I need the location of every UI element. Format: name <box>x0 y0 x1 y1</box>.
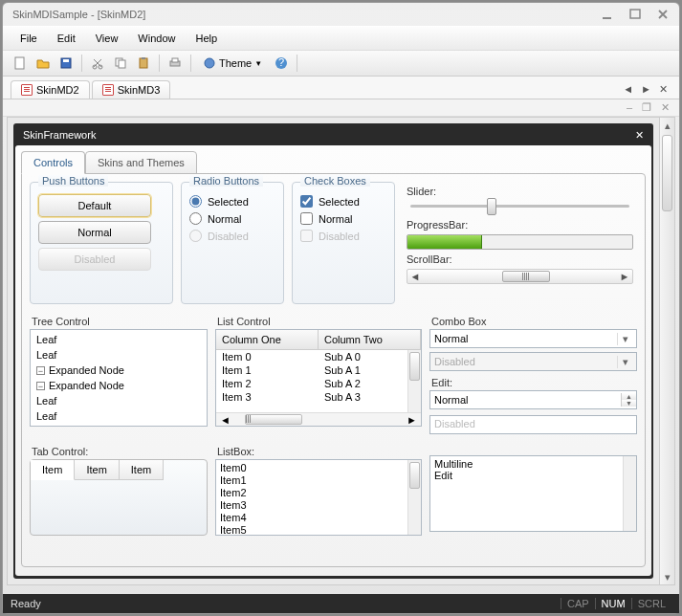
status-num: NUM <box>595 598 631 609</box>
client-vscroll[interactable]: ▴ ▾ <box>659 118 674 584</box>
new-icon[interactable] <box>11 54 30 73</box>
collapse-icon[interactable]: − <box>36 382 45 390</box>
multiline-edit[interactable]: Multiline Edit <box>429 455 637 532</box>
print-icon[interactable] <box>165 54 185 73</box>
open-icon[interactable] <box>33 54 53 73</box>
menu-help[interactable]: Help <box>187 31 225 46</box>
menu-view[interactable]: View <box>88 31 126 46</box>
spin-down-icon[interactable]: ▼ <box>622 400 636 407</box>
panel-close-icon[interactable]: ✕ <box>635 129 644 142</box>
tab-prev-icon[interactable]: ◄ <box>623 83 633 96</box>
tree-leaf[interactable]: Leaf <box>33 408 205 424</box>
menubar: File Edit View Window Help <box>3 26 679 51</box>
progressbar <box>407 234 633 250</box>
group-check-title: Check Boxes <box>300 175 370 187</box>
tree-control[interactable]: Leaf Leaf −Expanded Node −Expanded Node … <box>30 329 208 427</box>
tab-next-icon[interactable]: ► <box>641 83 651 96</box>
menu-file[interactable]: File <box>12 31 45 46</box>
tabctrl-item[interactable]: Item <box>120 460 164 480</box>
scroll-up-icon[interactable]: ▴ <box>660 118 674 133</box>
minimize-icon[interactable] <box>601 9 614 20</box>
scroll-thumb[interactable] <box>502 271 550 282</box>
check-selected[interactable]: Selected <box>300 195 386 208</box>
scroll-left-icon[interactable]: ◄ <box>407 271 423 282</box>
scroll-thumb[interactable] <box>662 135 672 211</box>
tree-leaf[interactable]: Leaf <box>33 393 205 408</box>
mdi-minimize-icon[interactable]: – <box>627 101 632 114</box>
tree-expanded[interactable]: −Expanded Node <box>33 378 205 393</box>
help-icon[interactable]: ? <box>272 54 291 73</box>
doctab-skinmd2[interactable]: SkinMD2 <box>11 80 90 99</box>
scroll-right-icon[interactable]: ► <box>617 271 632 282</box>
spin-up-icon[interactable]: ▲ <box>622 393 636 400</box>
tabctrl-item[interactable]: Item <box>31 460 75 480</box>
list-hscroll[interactable]: ◄ ► <box>216 412 421 426</box>
svg-rect-9 <box>140 58 147 68</box>
theme-button[interactable]: Theme ▼ <box>197 55 268 72</box>
listbox-item[interactable]: Item3 <box>220 499 417 512</box>
list-row[interactable]: Item 1Sub A 1 <box>216 363 421 377</box>
mdi-restore-icon[interactable]: ❐ <box>642 101 651 114</box>
listbox-item[interactable]: Item1 <box>220 474 417 487</box>
combo-disabled: Disabled▾ <box>429 352 637 371</box>
tab-controls[interactable]: Controls <box>21 151 85 174</box>
scroll-left-icon[interactable]: ◄ <box>216 414 234 426</box>
scroll-down-icon[interactable]: ▾ <box>660 569 674 584</box>
document-tabs: SkinMD2 SkinMD3 ◄ ► ✕ <box>3 77 679 99</box>
edit-spinner[interactable]: Normal ▲ ▼ <box>429 390 637 409</box>
slider-thumb[interactable] <box>487 198 496 215</box>
paste-icon[interactable] <box>134 54 153 73</box>
chevron-down-icon[interactable]: ▾ <box>617 333 632 345</box>
slider[interactable] <box>410 205 629 208</box>
tree-leaf[interactable]: Leaf <box>33 347 205 363</box>
check-normal[interactable]: Normal <box>300 212 386 225</box>
doctab-skinmd3[interactable]: SkinMD3 <box>92 80 171 99</box>
list-vscroll[interactable] <box>407 350 421 412</box>
svg-rect-10 <box>142 57 145 59</box>
slider-label: Slider: <box>407 186 633 197</box>
main-window: SkinMDISample - [SkinMD2] File Edit View… <box>2 2 680 614</box>
tab-skins[interactable]: Skins and Themes <box>85 151 197 174</box>
window-title: SkinMDISample - [SkinMD2] <box>12 9 601 20</box>
multiline-vscroll[interactable] <box>623 456 636 531</box>
radio-normal[interactable]: Normal <box>189 212 275 225</box>
scrollbar-label: ScrollBar: <box>407 253 633 265</box>
cut-icon[interactable] <box>88 54 107 73</box>
push-normal-button[interactable]: Normal <box>38 221 151 244</box>
tab-close-icon[interactable]: ✕ <box>659 83 668 96</box>
radio-selected[interactable]: Selected <box>189 195 275 208</box>
list-col-2[interactable]: Column Two <box>319 330 421 349</box>
push-default-button[interactable]: Default <box>38 194 151 217</box>
menu-edit[interactable]: Edit <box>50 31 83 46</box>
save-icon[interactable] <box>56 54 76 73</box>
list-row[interactable]: Item 2Sub A 2 <box>216 377 421 390</box>
listbox-vscroll[interactable] <box>407 460 421 535</box>
tabctrl-item[interactable]: Item <box>75 460 119 480</box>
maximize-icon[interactable] <box>628 9 642 20</box>
toolbar: Theme ▼ ? <box>3 51 679 77</box>
collapse-icon[interactable]: − <box>36 366 45 375</box>
list-control[interactable]: Column One Column Two Item 0Sub A 0 Item… <box>215 329 422 427</box>
list-col-1[interactable]: Column One <box>216 330 319 349</box>
copy-icon[interactable] <box>111 54 130 73</box>
tree-leaf[interactable]: Leaf <box>33 424 205 427</box>
combo-normal[interactable]: Normal▾ <box>429 329 637 348</box>
skinframework-panel: SkinFramework ✕ Controls Skins and Theme… <box>13 123 653 579</box>
menu-window[interactable]: Window <box>130 31 183 46</box>
listbox-item[interactable]: Item2 <box>220 487 417 499</box>
close-icon[interactable] <box>656 9 670 20</box>
mdi-close-icon[interactable]: ✕ <box>661 101 670 114</box>
list-row[interactable]: Item 3Sub A 3 <box>216 390 421 404</box>
scroll-right-icon[interactable]: ► <box>403 414 421 426</box>
list-row[interactable]: Item 0Sub A 0 <box>216 350 421 363</box>
check-disabled: Disabled <box>300 230 386 242</box>
h-scrollbar[interactable]: ◄ ► <box>407 269 633 284</box>
listbox-item[interactable]: Item5 <box>220 524 417 536</box>
tree-expanded[interactable]: −Expanded Node <box>33 363 205 378</box>
doctab-label: SkinMD2 <box>36 84 79 96</box>
listbox-item[interactable]: Item0 <box>220 462 417 474</box>
listbox[interactable]: Item0 Item1 Item2 Item3 Item4 Item5 Item… <box>215 459 422 536</box>
tree-leaf[interactable]: Leaf <box>33 332 205 347</box>
listbox-item[interactable]: Item4 <box>220 512 417 524</box>
tabctrl-label: Tab Control: <box>32 446 208 457</box>
